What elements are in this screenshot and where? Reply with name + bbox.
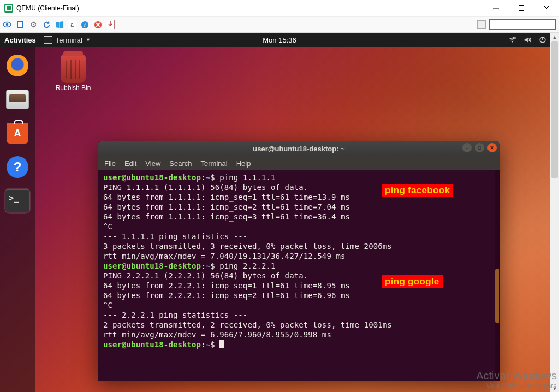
scroll-up-icon[interactable]: ▲: [550, 33, 559, 41]
window-close-button[interactable]: [534, 0, 559, 16]
svg-point-13: [512, 41, 513, 42]
toolbar-input[interactable]: [489, 19, 556, 30]
toolbar-status-box: [477, 20, 486, 29]
trash-icon: [61, 55, 86, 83]
software-icon: [7, 123, 28, 144]
terminal-close-button[interactable]: [487, 143, 497, 152]
panel-clock[interactable]: Mon 15:36: [263, 36, 296, 44]
ubuntu-dock: ?: [0, 47, 35, 392]
svg-rect-1: [519, 6, 524, 11]
attach-icon[interactable]: [106, 20, 115, 29]
window-minimize-button[interactable]: [484, 0, 509, 16]
terminal-scrollbar[interactable]: [495, 170, 500, 381]
eye-icon[interactable]: [2, 20, 12, 29]
terminal-icon: [5, 189, 30, 212]
menu-search[interactable]: Search: [169, 159, 192, 168]
dock-app-terminal[interactable]: [4, 188, 31, 214]
watermark-line2: Ve a Configuración para: [476, 382, 557, 390]
svg-rect-7: [18, 22, 22, 27]
chevron-down-icon: ▼: [86, 37, 91, 43]
menu-file[interactable]: File: [104, 159, 116, 168]
panel-app-label: Terminal: [56, 36, 82, 44]
dock-app-software[interactable]: [4, 120, 31, 146]
dock-app-firefox[interactable]: [4, 52, 31, 79]
terminal-window[interactable]: user@ubuntu18-desktop: ~ File Edit View …: [98, 141, 500, 381]
ubuntu-desktop[interactable]: Activities Terminal ▼ Mon 15:36 ? ▼: [0, 33, 559, 392]
window-titlebar[interactable]: QEMU (Cliente-Final): [0, 0, 559, 17]
svg-rect-19: [478, 146, 481, 149]
desktop-icon-trash[interactable]: Rubbish Bin: [50, 55, 96, 92]
terminal-maximize-button[interactable]: [475, 143, 484, 152]
window-maximize-button[interactable]: [509, 0, 534, 16]
power-icon: [539, 36, 546, 44]
terminal-menubar: File Edit View Search Terminal Help: [98, 156, 500, 170]
svg-point-5: [6, 23, 9, 26]
panel-system-area[interactable]: ? ▼: [508, 36, 555, 44]
files-icon: [6, 90, 29, 109]
firefox-icon: [7, 55, 28, 76]
fullscreen-icon[interactable]: [15, 20, 25, 29]
windows-icon[interactable]: [55, 20, 64, 29]
dock-app-files[interactable]: [4, 86, 31, 112]
gnome-panel: Activities Terminal ▼ Mon 15:36 ? ▼: [0, 33, 559, 47]
stop-icon[interactable]: [93, 20, 103, 29]
qemu-icon: [4, 4, 13, 13]
svg-text:i: i: [84, 22, 86, 28]
terminal-titlebar[interactable]: user@ubuntu18-desktop: ~: [98, 141, 500, 156]
desktop-icon-label: Rubbish Bin: [50, 84, 96, 92]
terminal-body[interactable]: user@ubuntu18-desktop:~$ ping 1.1.1.1 PI…: [98, 170, 500, 352]
panel-appmenu[interactable]: Terminal ▼: [44, 36, 91, 44]
terminal-title: user@ubuntu18-desktop: ~: [253, 145, 344, 153]
help-icon: ?: [7, 156, 28, 178]
window-title: QEMU (Cliente-Final): [16, 4, 79, 12]
gear-icon[interactable]: ⚙: [28, 20, 38, 29]
watermark-line1: Activar Windows: [476, 370, 557, 382]
terminal-icon: [44, 36, 52, 44]
annotation-ping-facebook: ping facebook: [382, 184, 453, 197]
refresh-icon[interactable]: [41, 20, 51, 29]
window-scrollbar[interactable]: ▲ ▼: [550, 33, 559, 392]
dock-app-help[interactable]: ?: [4, 154, 31, 180]
menu-terminal[interactable]: Terminal: [201, 159, 228, 168]
menu-view[interactable]: View: [145, 159, 160, 168]
annotation-ping-google: ping google: [382, 275, 443, 288]
network-icon: ?: [508, 36, 516, 44]
window-scroll-thumb[interactable]: [551, 41, 558, 178]
terminal-minimize-button[interactable]: [462, 143, 472, 152]
info-icon[interactable]: i: [80, 20, 90, 29]
windows-activation-watermark: Activar Windows Ve a Configuración para: [476, 370, 557, 390]
menu-help[interactable]: Help: [236, 159, 251, 168]
terminal-scroll-thumb[interactable]: [495, 269, 499, 323]
menu-edit[interactable]: Edit: [124, 159, 136, 168]
key-a-icon[interactable]: a: [68, 20, 76, 29]
volume-icon: [524, 36, 531, 44]
qemu-toolbar: ⚙ a i: [0, 17, 559, 33]
activities-button[interactable]: Activities: [4, 36, 36, 44]
